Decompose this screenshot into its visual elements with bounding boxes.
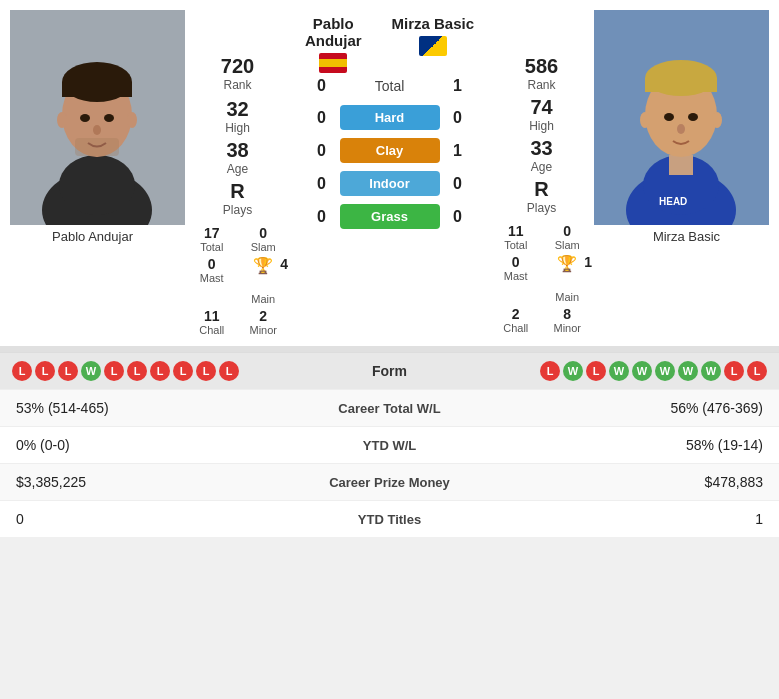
- players-section: Pablo Andujar 720 Rank 32 High 38 Age R …: [0, 0, 779, 346]
- hard-btn: Hard: [340, 105, 440, 130]
- stats-row-left-value: $3,385,225: [16, 474, 290, 490]
- stats-row-right-value: 1: [490, 511, 764, 527]
- left-player-photo-wrap: Pablo Andujar: [0, 10, 185, 336]
- right-player-photo-wrap: HEAD Mirza Basic: [594, 10, 779, 336]
- stats-row-right-value: 58% (19-14): [490, 437, 764, 453]
- form-badge-left: L: [127, 361, 147, 381]
- form-section: LLLWLLLLLL Form LWLWWWWWLL: [0, 352, 779, 389]
- form-badge-right: L: [747, 361, 767, 381]
- left-trophy-icon: 🏆: [253, 256, 273, 275]
- form-badge-left: L: [173, 361, 193, 381]
- svg-text:HEAD: HEAD: [659, 196, 687, 207]
- svg-point-9: [57, 112, 67, 128]
- svg-point-23: [712, 112, 722, 128]
- svg-point-10: [127, 112, 137, 128]
- form-badge-right: W: [563, 361, 583, 381]
- stats-row-left-value: 0% (0-0): [16, 437, 290, 453]
- form-badge-right: W: [701, 361, 721, 381]
- total-row: 0 Total 1: [290, 77, 489, 95]
- grass-row: 0 Grass 0: [290, 204, 489, 229]
- stats-row: 53% (514-465)Career Total W/L56% (476-36…: [0, 389, 779, 426]
- hard-row: 0 Hard 0: [290, 105, 489, 130]
- form-right: LWLWWWWWLL: [450, 361, 768, 381]
- left-rank-block: 720 Rank: [221, 55, 254, 92]
- form-badge-left: L: [35, 361, 55, 381]
- svg-point-2: [59, 155, 135, 215]
- svg-rect-15: [669, 155, 693, 175]
- form-badge-left: L: [12, 361, 32, 381]
- stats-row-center-label: Career Prize Money: [290, 475, 490, 490]
- stats-row-center-label: YTD Titles: [290, 512, 490, 527]
- form-badge-right: W: [632, 361, 652, 381]
- form-badge-left: L: [104, 361, 124, 381]
- center-panel: Pablo Andujar Mirza Basic: [290, 10, 489, 336]
- right-flag: [392, 36, 475, 56]
- right-player-photo: HEAD: [594, 10, 769, 225]
- svg-point-19: [664, 113, 674, 121]
- left-flag: [305, 53, 362, 73]
- form-label: Form: [330, 363, 450, 379]
- stats-row-right-value: 56% (476-369): [490, 400, 764, 416]
- svg-point-8: [93, 125, 101, 135]
- stats-rows: 53% (514-465)Career Total W/L56% (476-36…: [0, 389, 779, 537]
- indoor-btn: Indoor: [340, 171, 440, 196]
- left-player-stats: 720 Rank 32 High 38 Age R Plays 17 Total: [185, 10, 290, 336]
- right-trophy-icon: 🏆: [557, 254, 577, 273]
- stats-row-left-value: 0: [16, 511, 290, 527]
- form-badge-right: W: [609, 361, 629, 381]
- form-badge-right: W: [655, 361, 675, 381]
- svg-rect-11: [75, 138, 119, 156]
- clay-row: 0 Clay 1: [290, 138, 489, 163]
- left-player-name-under: Pablo Andujar: [50, 225, 135, 248]
- left-player-name-top: Pablo Andujar: [305, 15, 362, 49]
- stats-row: 0% (0-0)YTD W/L58% (19-14): [0, 426, 779, 463]
- form-badge-left: L: [219, 361, 239, 381]
- stats-row-left-value: 53% (514-465): [16, 400, 290, 416]
- grass-btn: Grass: [340, 204, 440, 229]
- form-badge-right: L: [586, 361, 606, 381]
- svg-point-21: [677, 124, 685, 134]
- form-badge-right: W: [678, 361, 698, 381]
- clay-btn: Clay: [340, 138, 440, 163]
- right-player-name-under: Mirza Basic: [651, 225, 722, 248]
- svg-point-7: [104, 114, 114, 122]
- stats-row: $3,385,225Career Prize Money$478,883: [0, 463, 779, 500]
- form-badge-left: L: [196, 361, 216, 381]
- form-badge-right: L: [724, 361, 744, 381]
- right-player-stats: 586 Rank 74 High 33 Age R Plays 11 Total: [489, 10, 594, 336]
- form-left: LLLWLLLLLL: [12, 361, 330, 381]
- stats-row: 0YTD Titles1: [0, 500, 779, 537]
- svg-point-22: [640, 112, 650, 128]
- svg-point-20: [688, 113, 698, 121]
- form-badge-left: L: [150, 361, 170, 381]
- svg-rect-5: [62, 82, 132, 97]
- indoor-row: 0 Indoor 0: [290, 171, 489, 196]
- stats-row-center-label: Career Total W/L: [290, 401, 490, 416]
- form-badge-left: L: [58, 361, 78, 381]
- main-container: Pablo Andujar 720 Rank 32 High 38 Age R …: [0, 0, 779, 537]
- form-badge-right: L: [540, 361, 560, 381]
- stats-row-right-value: $478,883: [490, 474, 764, 490]
- right-player-name-top: Mirza Basic: [392, 15, 475, 32]
- stats-row-center-label: YTD W/L: [290, 438, 490, 453]
- form-badge-left: W: [81, 361, 101, 381]
- left-player-photo: [10, 10, 185, 225]
- svg-point-6: [80, 114, 90, 122]
- svg-rect-18: [645, 78, 717, 92]
